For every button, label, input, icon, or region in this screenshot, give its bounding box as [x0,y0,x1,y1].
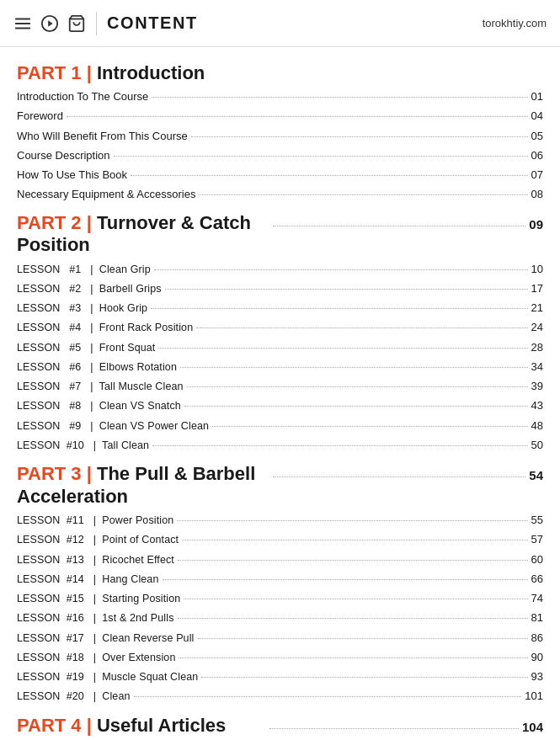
lesson-label: LESSON #15 | Starting Position [17,590,180,608]
toc-dots [131,175,528,176]
lesson-3: LESSON #3 | Hook Grip 21 [17,299,543,317]
toc-item-label: Foreword [17,107,63,125]
toc-dots [151,308,527,309]
part3-header-row: PART 3 | The Pull & Barbell Acceleration… [17,463,543,508]
toc-item-foreword: Foreword 04 [17,107,543,125]
lesson-label: LESSON #12 | Point of Contact [17,531,179,549]
toc-page: 66 [531,570,543,588]
toc-page: 48 [531,417,543,435]
toc-dots [163,579,528,580]
lesson-label: LESSON #2 | Barbell Grips [17,280,162,298]
toc-dots [182,540,527,540]
part2-header: PART 2 | Turnover & Catch Position [17,212,269,257]
part2-label: PART 2 | [17,212,97,233]
part4-header: PART 4 | Useful Articles [17,715,266,737]
part2-page: 09 [529,217,543,232]
header-divider [96,12,97,35]
lesson-6: LESSON #6 | Elbows Rotation 34 [17,358,543,376]
lesson-label: LESSON #6 | Elbows Rotation [17,359,177,376]
part1-header: PART 1 | Introduction [17,62,205,84]
lesson-label: LESSON #14 | Hang Clean [17,571,159,588]
play-icon[interactable] [40,14,59,33]
toc-dots [134,696,522,697]
toc-dots [114,156,528,157]
part3-label: PART 3 | [17,463,97,484]
toc-dots [67,116,528,117]
toc-dots [187,386,528,387]
bag-icon[interactable] [67,14,86,33]
toc-page: 10 [531,260,543,279]
lesson-14: LESSON #14 | Hang Clean 66 [17,570,543,588]
part2-header-row: PART 2 | Turnover & Catch Position 09 [17,212,543,257]
toc-page: 74 [531,589,543,608]
toc-page: 17 [531,279,543,298]
part3-section: PART 3 | The Pull & Barbell Acceleration… [17,463,543,705]
lesson-label: LESSON #3 | Hook Grip [17,300,147,317]
toc-dots [201,677,527,678]
header: CONTENT torokhtiy.com [0,0,560,47]
lesson-9: LESSON #9 | Clean VS Power Clean 48 [17,417,543,435]
toc-page: 57 [531,530,543,549]
toc-page: 60 [531,551,543,569]
lesson-label: LESSON #19 | Muscle Squat Clean [17,668,198,686]
toc-item-label: Necessary Equipment & Accessories [17,185,195,204]
lesson-10: LESSON #10 | Tall Clean 50 [17,436,543,455]
toc-page: 04 [531,107,543,125]
lesson-1: LESSON #1 | Clean Grip 10 [17,260,543,279]
lesson-11: LESSON #11 | Power Position 55 [17,511,543,530]
toc-dots [180,367,528,368]
toc-page: 50 [531,436,543,455]
toc-page: 55 [531,511,543,530]
toc-dots [269,728,519,729]
toc-page: 81 [531,609,543,627]
toc-page: 01 [531,88,543,106]
part3-page: 54 [529,468,543,482]
toc-dots [178,560,528,561]
toc-page: 43 [531,397,543,415]
part4-section: PART 4 | Useful Articles 104 [17,715,543,737]
part1-header-row: PART 1 | Introduction [17,62,543,84]
lesson-label: LESSON #11 | Power Position [17,512,173,530]
lesson-label: LESSON #7 | Tall Muscle Clean [17,378,184,396]
lesson-12: LESSON #12 | Point of Contact 57 [17,530,543,549]
toc-item-label: Introduction To The Course [17,88,148,106]
toc-page: 06 [531,146,543,165]
toc-page: 07 [531,166,543,184]
toc-dots [273,226,525,226]
lesson-4: LESSON #4 | Front Rack Position 24 [17,318,543,337]
part4-title: Useful Articles [97,715,226,736]
toc-item-intro: Introduction To The Course 01 [17,88,543,106]
lesson-13: LESSON #13 | Ricochet Effect 60 [17,551,543,569]
lesson-7: LESSON #7 | Tall Muscle Clean 39 [17,377,543,396]
main-content: PART 1 | Introduction Introduction To Th… [0,47,560,740]
part4-label: PART 4 | [17,715,97,736]
header-title: CONTENT [107,13,483,33]
toc-page: 39 [531,377,543,396]
toc-item-who-will-benefit: Who Will Benefit From This Course 05 [17,127,543,146]
toc-dots [152,97,527,98]
lesson-5: LESSON #5 | Front Squat 28 [17,338,543,357]
toc-item-course-desc: Course Description 06 [17,146,543,165]
toc-page: 90 [531,648,543,667]
part2-items: LESSON #1 | Clean Grip 10 LESSON #2 | Ba… [17,260,543,455]
toc-dots [184,599,527,599]
lesson-label: LESSON #16 | 1st & 2nd Pulls [17,610,174,627]
toc-item-label: Who Will Benefit From This Course [17,127,188,146]
menu-icon[interactable] [13,14,32,33]
lesson-label: LESSON #10 | Tall Clean [17,437,149,455]
lesson-16: LESSON #16 | 1st & 2nd Pulls 81 [17,609,543,627]
lesson-label: LESSON #4 | Front Rack Position [17,319,193,337]
lesson-label: LESSON #18 | Over Extension [17,649,175,667]
toc-dots [191,136,528,137]
lesson-20: LESSON #20 | Clean 101 [17,687,543,705]
toc-page: 05 [531,127,543,146]
toc-dots [184,406,528,407]
lesson-18: LESSON #18 | Over Extension 90 [17,648,543,667]
toc-page: 101 [525,687,543,705]
lesson-2: LESSON #2 | Barbell Grips 17 [17,279,543,298]
toc-dots [198,638,528,639]
part1-title: Introduction [97,62,205,83]
toc-dots [154,269,528,270]
lesson-label: LESSON #20 | Clean [17,688,131,705]
toc-dots [152,445,527,446]
